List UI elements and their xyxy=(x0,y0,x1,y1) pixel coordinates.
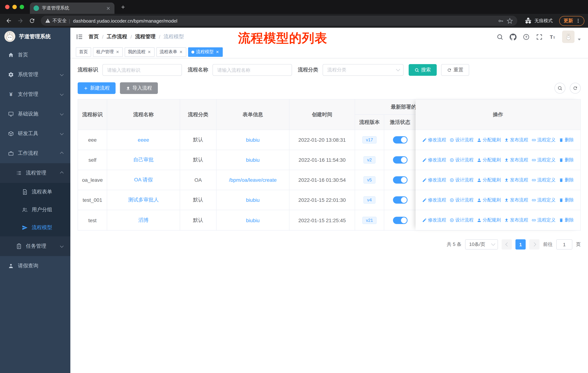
action-design[interactable]: 设计流程 xyxy=(450,197,473,203)
action-delete[interactable]: 删除 xyxy=(559,157,574,163)
browser-tab[interactable]: 芋道管理系统 xyxy=(30,2,115,14)
form-info-link[interactable]: biubiu xyxy=(246,157,260,163)
goto-page-input[interactable] xyxy=(556,239,572,250)
breadcrumb-home[interactable]: 首页 xyxy=(89,33,99,40)
action-publish[interactable]: 发布流程 xyxy=(504,157,528,163)
next-page-button[interactable] xyxy=(529,239,539,250)
active-toggle[interactable] xyxy=(393,156,407,163)
close-icon[interactable] xyxy=(179,50,183,54)
tag-process-model[interactable]: 流程模型 xyxy=(188,47,223,57)
import-process-button[interactable]: 导入流程 xyxy=(120,82,158,94)
action-modify[interactable]: 修改流程 xyxy=(422,197,446,203)
action-modify[interactable]: 修改流程 xyxy=(422,177,446,183)
tag-tenant[interactable]: 租户管理 xyxy=(93,47,123,57)
action-assign-rule[interactable]: 分配规则 xyxy=(477,177,501,183)
font-size-icon[interactable]: TT xyxy=(549,33,556,40)
action-design[interactable]: 设计流程 xyxy=(450,157,473,163)
create-process-button[interactable]: 新建流程 xyxy=(78,82,116,94)
action-design[interactable]: 设计流程 xyxy=(450,137,473,143)
active-toggle[interactable] xyxy=(393,136,407,143)
close-window-button[interactable] xyxy=(5,5,10,9)
form-info-link[interactable]: biubiu xyxy=(246,137,260,143)
sidebar-item-task-management[interactable]: 任务管理 xyxy=(0,236,70,256)
close-icon[interactable] xyxy=(147,50,151,54)
user-avatar[interactable] xyxy=(562,30,575,43)
sidebar-item-payment[interactable]: ¥ 支付管理 xyxy=(0,84,70,104)
action-publish[interactable]: 发布流程 xyxy=(504,177,528,183)
close-icon[interactable] xyxy=(116,50,120,54)
page-number-1[interactable]: 1 xyxy=(515,239,526,250)
action-design[interactable]: 设计流程 xyxy=(450,177,473,183)
tag-process-form[interactable]: 流程表单 xyxy=(156,47,186,57)
search-button[interactable]: 搜索 xyxy=(409,64,437,76)
sidebar-item-infrastructure[interactable]: 基础设施 xyxy=(0,104,70,124)
sidebar-item-process-management[interactable]: 流程管理 xyxy=(0,163,70,183)
sidebar-item-process-form[interactable]: 流程表单 xyxy=(0,183,70,201)
active-toggle[interactable] xyxy=(393,196,407,204)
forward-button[interactable] xyxy=(15,16,26,26)
breadcrumb-process-management[interactable]: 流程管理 xyxy=(135,33,156,40)
fullscreen-icon[interactable] xyxy=(536,33,543,40)
action-assign-rule[interactable]: 分配规则 xyxy=(477,137,501,143)
breadcrumb-workflow[interactable]: 工作流程 xyxy=(107,33,127,40)
process-name-link[interactable]: 滔博 xyxy=(138,217,148,223)
process-category-select[interactable]: 流程分类 xyxy=(323,64,404,76)
tag-my-process[interactable]: 我的流程 xyxy=(125,47,155,57)
kebab-menu-icon[interactable] xyxy=(576,18,581,23)
action-modify[interactable]: 修改流程 xyxy=(422,157,446,163)
process-name-link[interactable]: 自己审批 xyxy=(133,157,154,163)
tab-close-icon[interactable] xyxy=(106,6,111,11)
active-toggle[interactable] xyxy=(393,176,407,184)
sidebar-item-dev-tools[interactable]: 研发工具 xyxy=(0,124,70,143)
action-delete[interactable]: 删除 xyxy=(559,197,574,203)
page-size-select[interactable]: 10条/页 xyxy=(465,239,498,250)
action-definition[interactable]: 流程定义 xyxy=(532,197,556,203)
prev-page-button[interactable] xyxy=(502,239,512,250)
action-delete[interactable]: 删除 xyxy=(559,217,574,223)
action-definition[interactable]: 流程定义 xyxy=(532,177,556,183)
sidebar-item-process-model[interactable]: 流程模型 xyxy=(0,219,70,236)
action-publish[interactable]: 发布流程 xyxy=(504,137,528,143)
reset-button[interactable]: 重置 xyxy=(441,64,469,76)
browser-update-chip[interactable]: 更新 xyxy=(559,16,584,26)
address-bar[interactable]: 不安全 | dashboard.yudao.iocoder.cn/bpm/man… xyxy=(41,16,517,26)
back-button[interactable] xyxy=(4,16,14,26)
action-assign-rule[interactable]: 分配规则 xyxy=(477,217,501,223)
action-assign-rule[interactable]: 分配规则 xyxy=(477,157,501,163)
bookmark-star-icon[interactable] xyxy=(507,18,513,24)
help-icon[interactable]: ? xyxy=(523,33,530,40)
search-icon[interactable] xyxy=(496,33,504,40)
form-info-link[interactable]: /bpm/oa/leave/create xyxy=(229,177,277,183)
sidebar-item-home[interactable]: 首页 xyxy=(0,45,70,65)
action-design[interactable]: 设计流程 xyxy=(450,217,473,223)
github-icon[interactable] xyxy=(510,33,516,40)
action-assign-rule[interactable]: 分配规则 xyxy=(477,197,501,203)
reload-button[interactable] xyxy=(27,16,37,26)
process-name-link[interactable]: eeee xyxy=(138,137,149,143)
sidebar-item-system[interactable]: 系统管理 xyxy=(0,65,70,84)
close-icon[interactable] xyxy=(215,50,220,54)
action-modify[interactable]: 修改流程 xyxy=(422,217,446,223)
process-name-input[interactable] xyxy=(212,64,292,76)
new-tab-button[interactable] xyxy=(118,2,128,12)
action-definition[interactable]: 流程定义 xyxy=(532,217,556,223)
process-name-link[interactable]: 测试多审批人 xyxy=(128,197,159,203)
action-modify[interactable]: 修改流程 xyxy=(422,137,446,143)
sidebar-collapse-button[interactable] xyxy=(75,33,84,41)
security-chip[interactable]: 不安全 | xyxy=(45,18,70,24)
toggle-search-button[interactable] xyxy=(555,83,565,94)
password-key-icon[interactable] xyxy=(498,18,504,24)
active-toggle[interactable] xyxy=(393,217,407,224)
sidebar-item-workflow[interactable]: 工作流程 xyxy=(0,143,70,163)
sidebar-item-leave-query[interactable]: 请假查询 xyxy=(0,256,70,276)
process-id-input[interactable] xyxy=(102,64,182,76)
sidebar-item-user-group[interactable]: 用户分组 xyxy=(0,201,70,219)
action-publish[interactable]: 发布流程 xyxy=(504,217,528,223)
tag-home[interactable]: 首页 xyxy=(76,47,91,57)
minimize-window-button[interactable] xyxy=(12,5,17,9)
action-definition[interactable]: 流程定义 xyxy=(532,157,556,163)
action-delete[interactable]: 删除 xyxy=(559,137,574,143)
action-publish[interactable]: 发布流程 xyxy=(504,197,528,203)
process-name-link[interactable]: OA 请假 xyxy=(134,177,153,183)
action-delete[interactable]: 删除 xyxy=(559,177,574,183)
